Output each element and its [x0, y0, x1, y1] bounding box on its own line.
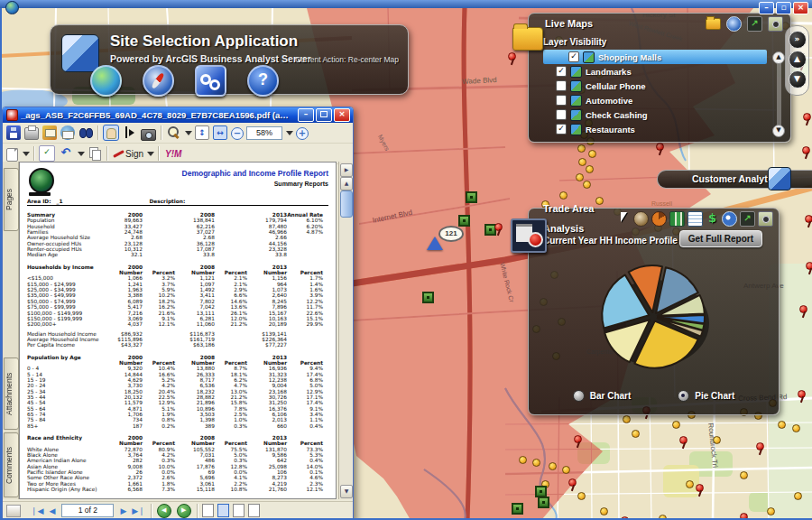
zoom-out-icon[interactable] — [231, 127, 244, 140]
page-number-input[interactable]: 1 of 2 — [61, 504, 114, 517]
layer-item-automotive[interactable]: Automotive — [543, 93, 767, 107]
caret-icon[interactable] — [285, 125, 292, 140]
copy-icon[interactable] — [88, 146, 102, 161]
sidebar-tab-comments[interactable]: Comments — [4, 432, 19, 497]
pan-icon[interactable] — [633, 211, 649, 227]
get-full-report-button[interactable]: Get Full Report — [679, 230, 762, 247]
sidebar-tab-attachments[interactable]: Attachments — [4, 358, 19, 430]
caret-icon[interactable] — [22, 146, 29, 161]
collapse-panel-icon[interactable]: » — [789, 31, 807, 49]
snapshot-icon[interactable] — [758, 211, 773, 227]
window-close-button[interactable]: × — [793, 2, 808, 14]
cursor-icon[interactable] — [617, 211, 631, 225]
app-title: Site Selection Application — [110, 32, 298, 51]
single-page-layout-icon[interactable] — [202, 504, 214, 517]
undo-icon[interactable] — [59, 146, 73, 161]
save-icon[interactable] — [6, 125, 21, 140]
layer-checkbox[interactable]: ✓ — [556, 124, 567, 135]
zoom-level-input[interactable]: 58% — [246, 126, 282, 140]
snapshot-icon[interactable] — [141, 129, 156, 141]
scroll-up-icon[interactable]: ▲ — [340, 177, 353, 190]
next-page-icon[interactable]: ▶ — [117, 504, 129, 518]
last-page-icon[interactable]: ▶❘ — [129, 504, 147, 518]
sidebar-tab-pages[interactable]: Pages — [4, 168, 19, 231]
layer-item-cellular-phone[interactable]: Cellular Phone — [543, 79, 767, 93]
sign-pen-icon[interactable] — [112, 146, 123, 161]
facing-layout-icon[interactable] — [233, 504, 245, 517]
export-icon[interactable] — [740, 211, 755, 227]
layer-checkbox[interactable]: ✓ — [568, 51, 579, 62]
shopping-mall-icon — [458, 215, 470, 227]
spellcheck-icon[interactable] — [39, 145, 55, 162]
newpage-icon[interactable] — [6, 148, 18, 162]
window-maximize-button[interactable]: ▫ — [776, 2, 791, 14]
trade-area-snapshot-icon[interactable] — [511, 218, 547, 253]
pdf-scrollbar[interactable]: ▶ ▲ ▼ — [338, 162, 352, 499]
panel-expand-icon[interactable]: ▶ — [340, 163, 353, 177]
fit-width-icon[interactable] — [213, 125, 227, 140]
settings-cube-icon[interactable] — [195, 65, 226, 97]
layer-item-restaurants[interactable]: ✓Restaurants — [543, 122, 767, 136]
layer-scroll-down-icon[interactable]: ▼ — [772, 125, 785, 137]
layer-checkbox[interactable]: ✓ — [556, 66, 567, 77]
pan-up-icon[interactable]: ▲ — [789, 51, 807, 69]
settings-icon[interactable] — [722, 211, 737, 227]
radio-bar-chart[interactable]: Bar Chart — [573, 390, 632, 402]
sign-button[interactable]: Sign — [125, 149, 143, 159]
compass-icon[interactable] — [143, 65, 174, 97]
select-icon[interactable] — [123, 125, 137, 140]
two-up-layout-icon[interactable] — [248, 504, 260, 517]
pdf-maximize-button[interactable] — [316, 108, 332, 122]
tools-icon[interactable] — [726, 16, 742, 32]
scroll-down-icon[interactable]: ▼ — [340, 485, 353, 498]
page-display-options-icon[interactable] — [6, 505, 21, 517]
first-page-icon[interactable]: ❘◀ — [28, 504, 46, 518]
pie-tool-icon[interactable] — [651, 211, 667, 227]
pan-down-icon[interactable]: ▼ — [789, 70, 807, 88]
layer-item-shopping-malls[interactable]: ✓Shopping Malls — [543, 50, 767, 64]
layer-checkbox[interactable] — [556, 95, 567, 106]
pushpin-icon — [568, 478, 577, 487]
scroll-thumb[interactable] — [340, 190, 353, 218]
layer-item-check-cashing[interactable]: Check Cashing — [543, 107, 767, 122]
radio-dot-icon[interactable] — [678, 390, 689, 402]
print-icon[interactable] — [24, 127, 39, 140]
snapshot-icon[interactable] — [768, 16, 783, 32]
hand-icon[interactable] — [103, 125, 119, 141]
convert-icon[interactable] — [42, 125, 57, 140]
caret-icon[interactable] — [77, 146, 84, 161]
previous-view-icon[interactable]: ◀ — [157, 504, 171, 518]
layer-checkbox[interactable] — [556, 109, 567, 120]
dollar-icon[interactable] — [706, 211, 719, 225]
layer-type-icon — [570, 66, 582, 78]
find-icon[interactable] — [78, 125, 93, 140]
fit-page-icon[interactable] — [195, 125, 209, 140]
zoomtool-icon[interactable] — [166, 125, 180, 140]
sign-caret-icon[interactable] — [146, 146, 153, 161]
help-icon[interactable] — [247, 65, 279, 97]
pdf-minimize-button[interactable]: – — [298, 108, 314, 122]
live-maps-folder-icon[interactable] — [512, 27, 543, 51]
email-icon[interactable] — [60, 125, 75, 140]
window-minimize-button[interactable]: – — [759, 2, 774, 14]
layer-item-landmarks[interactable]: ✓Landmarks — [543, 64, 767, 79]
layer-scroll-up-icon[interactable]: ▲ — [772, 51, 785, 64]
pdf-document-page[interactable]: Demographic and Income Profile Report Su… — [19, 162, 337, 499]
pdf-window-titlebar[interactable]: _ags_ASB_F2C6FFB5_69AD_4C78_8029_E7B7C8E… — [3, 107, 353, 123]
radio-pie-chart[interactable]: Pie Chart — [678, 390, 734, 402]
zoom-in-icon[interactable] — [296, 127, 309, 140]
chart-tool-icon[interactable] — [669, 211, 685, 227]
radio-dot-icon[interactable] — [573, 390, 585, 402]
yahoo-messenger-icon[interactable]: Y!M — [165, 149, 181, 159]
caret-icon[interactable] — [184, 125, 191, 140]
continuous-layout-icon[interactable] — [217, 504, 229, 517]
layer-checkbox[interactable] — [556, 80, 567, 91]
table-tool-icon[interactable] — [687, 211, 703, 227]
export-icon[interactable] — [747, 16, 762, 32]
globe-icon[interactable] — [90, 65, 122, 97]
next-view-icon[interactable]: ▶ — [177, 504, 191, 518]
pdf-close-button[interactable]: × — [334, 108, 350, 122]
customer-analytics-bar[interactable]: Customer Analytics — [657, 170, 812, 189]
prev-page-icon[interactable]: ◀ — [46, 504, 58, 518]
folder-icon[interactable] — [706, 18, 721, 30]
